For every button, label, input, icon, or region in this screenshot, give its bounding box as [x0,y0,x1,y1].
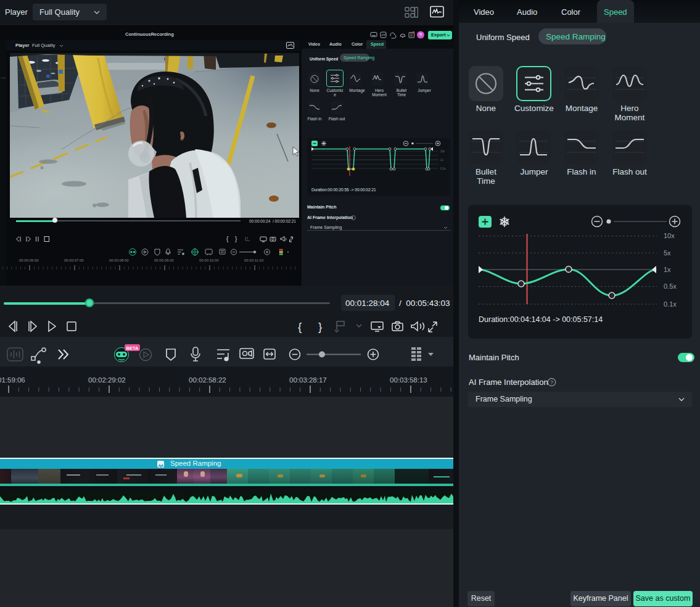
svg-text:Duration:00:04:14:04 -> 00:05:: Duration:00:04:14:04 -> 00:05:57:14 [479,315,603,324]
svg-text:Duration:00:00:20:55 -> 00:00:: Duration:00:00:20:55 -> 00:00:02:21 [311,188,376,192]
svg-text:1x: 1x [440,159,444,162]
svg-text:{: { [226,236,229,242]
svg-text:10x: 10x [440,150,445,153]
svg-text:0.1x: 0.1x [664,300,677,308]
svg-text:BETA: BETA [126,345,139,351]
svg-text:0.1x: 0.1x [440,167,446,170]
svg-text:}: } [318,320,322,333]
svg-text:5x: 5x [664,249,671,257]
svg-text:1x: 1x [664,266,671,273]
svg-text:}: } [235,236,237,242]
svg-text:10x: 10x [664,232,675,239]
svg-text:?: ? [550,379,553,386]
svg-text:0.5x: 0.5x [664,283,677,290]
svg-text:{: { [298,320,302,333]
